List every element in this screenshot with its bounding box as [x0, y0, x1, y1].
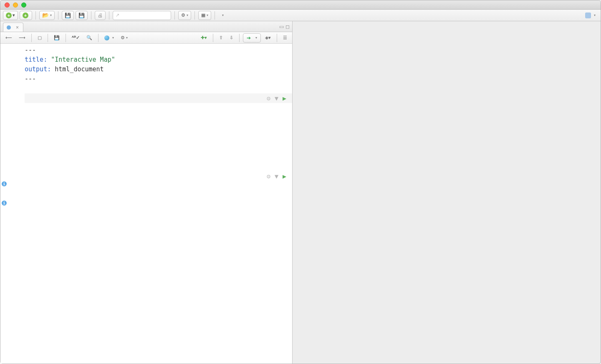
back-button[interactable]: ⟵ [3, 34, 15, 42]
save-all-button[interactable]: 💾 [76, 11, 88, 20]
run-chunk-icon[interactable]: ▶ [283, 94, 286, 103]
knit-options-button[interactable]: ⚙▾ [118, 34, 130, 42]
window-close[interactable] [5, 3, 10, 8]
publish-button[interactable]: ◈▾ [263, 34, 273, 42]
print-button[interactable]: 🖨 [95, 11, 106, 20]
show-in-new-window-button[interactable]: ▢ [35, 34, 44, 42]
chunk-options-icon[interactable]: ⚙ [267, 172, 270, 181]
source-tabs: × ▭ ◻ [0, 21, 292, 32]
info-marker-icon[interactable]: i [2, 201, 7, 206]
titlebar [0, 0, 601, 10]
knit-icon [104, 35, 109, 40]
find-button[interactable]: 🔍 [84, 34, 95, 42]
chunk-options-icon[interactable]: ⚙ [267, 94, 270, 103]
maximize-pane-icon[interactable]: ◻ [285, 24, 290, 30]
source-tab[interactable]: × [3, 23, 23, 32]
run-button[interactable]: ➔ ▾ [243, 33, 261, 43]
minimize-pane-icon[interactable]: ▭ [279, 24, 284, 30]
go-prev-chunk-button[interactable]: ⇧ [217, 34, 225, 42]
rmd-file-icon [7, 25, 11, 30]
window-maximize[interactable] [21, 3, 26, 8]
save-doc-button[interactable]: 💾 [51, 34, 62, 42]
go-next-chunk-button[interactable]: ⇩ [227, 34, 236, 42]
addins-menu[interactable]: ▾ [218, 11, 226, 20]
project-icon [585, 13, 591, 18]
project-menu[interactable]: ▾ [583, 11, 598, 20]
run-above-icon[interactable]: ▼ [275, 172, 278, 181]
spellcheck-button[interactable]: ᴬᴮ✓ [69, 34, 82, 42]
tools-button[interactable]: ⚙▾ [178, 11, 191, 20]
window-minimize[interactable] [13, 3, 18, 8]
run-chunk-icon[interactable]: ▶ [283, 172, 286, 181]
goto-file-function-input[interactable]: ↗ [113, 11, 171, 20]
code-editor[interactable]: i i [0, 44, 292, 364]
outline-button[interactable]: ☰ [280, 34, 290, 42]
info-marker-icon[interactable]: i [2, 181, 7, 186]
open-file-button[interactable]: 📂▾ [39, 11, 55, 20]
close-tab-icon[interactable]: × [16, 25, 19, 30]
insert-chunk-button[interactable]: ✚▾ [198, 34, 210, 42]
new-project-button[interactable]: + [20, 11, 32, 20]
line-gutter [0, 44, 20, 247]
code-area[interactable]: ⚙ ▼ ▶ ⚙ ▼ ▶ --- title: "Interactive Map"… [20, 44, 292, 364]
run-icon: ➔ [247, 35, 251, 41]
editor-toolbar: ⟵ ⟶ ▢ 💾 ᴬᴮ✓ 🔍 ▾ ⚙▾ ✚▾ ⇧ ⇩ [0, 32, 292, 44]
grid-button[interactable]: ▦▾ [198, 11, 211, 20]
save-button[interactable]: 💾 [62, 11, 74, 20]
forward-button[interactable]: ⟶ [16, 34, 28, 42]
knit-button[interactable]: ▾ [102, 34, 116, 42]
run-above-icon[interactable]: ▼ [275, 94, 278, 103]
app-toolbar: +▾ + 📂▾ 💾 💾 🖨 ↗ ⚙▾ ▦▾ ▾ ▾ [0, 10, 601, 21]
new-file-button[interactable]: +▾ [3, 11, 18, 20]
